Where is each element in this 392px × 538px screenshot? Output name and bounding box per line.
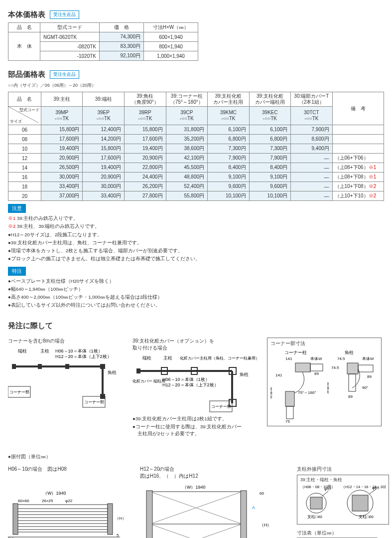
td-price: 74,300円 (100, 32, 144, 42)
corner-post-svg: コーナー柱 141 本体W 89 141 本体W 75°～180° 75 (270, 349, 323, 424)
td-dim: 1,000×1,940 (144, 51, 198, 61)
install-title: ●据付図（単位㎜） (8, 453, 384, 460)
svg-text:H12～20＝本体（上下2枚）: H12～20＝本体（上下2枚） (162, 382, 219, 387)
parts-price-table: 品 名39:主柱39:端柱39:角柱 （角度90°）39:コーナー柱 （75°～… (8, 92, 384, 201)
svg-text:端柱: 端柱 (18, 349, 27, 354)
svg-text:26×25: 26×25 (42, 499, 53, 503)
svg-text:89: 89 (367, 374, 372, 379)
svg-text:コーナー部: コーナー部 (211, 404, 231, 409)
svg-text:5: 5 (117, 533, 119, 538)
svg-rect-40 (285, 391, 294, 406)
svg-line-0 (8, 107, 38, 123)
svg-text:本体W: 本体W (327, 382, 330, 394)
install-right: 支柱外接円寸法 39:主柱・端柱・角柱 （H06・08・10用） φ57 支柱□… (297, 466, 389, 538)
svg-text:本体W: 本体W (270, 387, 273, 399)
svg-text:75°～180°: 75°～180° (298, 390, 316, 395)
install-left-svg: （W）1940 60×60 26×25 φ22 （H） G.L 40×40 48… (8, 475, 130, 538)
svg-text:90°: 90° (362, 385, 368, 390)
svg-rect-41 (286, 406, 293, 419)
svg-rect-87 (241, 491, 247, 538)
ordering-mid-svg: 端柱 主柱 化粧カバー主柱用（角柱、コーナー柱兼用） 化粧カバー 端柱用 H06… (132, 354, 257, 413)
svg-text:主柱: 主柱 (163, 356, 172, 360)
svg-text:本体W: 本体W (362, 357, 374, 361)
svg-rect-49 (358, 365, 373, 372)
svg-rect-121 (352, 495, 368, 511)
svg-text:支柱□40: 支柱□40 (307, 515, 322, 519)
svg-rect-115 (310, 497, 322, 509)
svg-rect-7 (12, 364, 16, 369)
svg-text:（H）: （H） (115, 516, 126, 521)
body-price-table: 品 名 型式コード 価 格 寸法H×W（㎜） 本 体 NGMT-0620TK 7… (8, 22, 198, 61)
th-model: 型式コード (40, 23, 100, 32)
special-tag: 特注 (8, 267, 26, 276)
svg-text:支柱□60: 支柱□60 (359, 515, 374, 519)
circ-1: （H06・08・10用） φ57 支柱□40 (300, 484, 337, 519)
svg-rect-48 (347, 363, 358, 374)
install-right-title: 支柱外接円寸法 (297, 466, 389, 473)
svg-text:主柱: 主柱 (40, 349, 49, 354)
install-right-sub: 39:主柱・端柱・角柱 (300, 477, 386, 483)
ordering-mid: 39:支柱化粧カバー（オプション）を 取り付ける場合 端柱 主柱 化粧カバー主柱… (132, 338, 257, 439)
svg-text:89: 89 (314, 371, 319, 376)
svg-text:60: 60 (260, 491, 264, 496)
install-mid-title: H12～20の場合 (140, 466, 287, 473)
svg-text:化粧カバー主柱用（角柱、コーナー柱兼用）: 化粧カバー主柱用（角柱、コーナー柱兼用） (180, 356, 257, 360)
td-price: 83,300円 (100, 42, 144, 51)
ordering-mid-title: 39:支柱化粧カバー（オプション）を 取り付ける場合 (132, 338, 257, 352)
corner-kaku-svg: 角柱 74.5 本体W 74.5 89 90° 本体W 89 (327, 349, 378, 424)
circ-2: （H12・14・16・18・20用） φ85 支柱□60 (341, 484, 386, 519)
special-notes: ●ベースプレート支柱仕様（H20サイズを除く）●幅640～1,940㎜（100㎜… (8, 278, 384, 309)
ordering-left-title: コーナーを含む8mの場合 (8, 338, 123, 345)
th-name: 品 名 (8, 23, 40, 32)
svg-text:75: 75 (285, 419, 290, 424)
badge-mto: 受注生産品 (50, 10, 79, 19)
install-left: H06～10の場合 図はH08 （W）1940 60×60 26×25 φ22 … (8, 466, 130, 538)
install-mid-svg: （W）1940 60 A （H） B G.L 60×60 50 300 250 (140, 482, 287, 538)
svg-text:A: A (252, 505, 255, 510)
ordering-left-svg: 端柱 主柱 H06～10＝本体（1枚） H12～20＝本体（上下2枚） 角柱 コ… (8, 347, 123, 411)
svg-line-84 (150, 524, 242, 538)
parts-price-title: 部品価格表 (8, 70, 45, 79)
td-model: -1020TK (40, 51, 100, 61)
td-body-name: 本 体 (8, 32, 40, 61)
ordering-right: コーナー部寸法 コーナー柱 141 本体W 89 141 本体W 75°～180… (267, 338, 382, 439)
svg-text:角柱: 角柱 (108, 370, 117, 375)
svg-line-85 (150, 524, 242, 538)
th-price: 価 格 (100, 23, 144, 32)
svg-text:（W）1940: （W）1940 (182, 485, 206, 490)
svg-text:60×60: 60×60 (18, 499, 29, 503)
svg-rect-70 (108, 504, 113, 535)
td-dim: 600×1,940 (144, 32, 198, 42)
corner-dim-title: コーナー部寸法 (270, 340, 378, 347)
svg-line-116 (322, 491, 328, 496)
install-left-sub: H06～10の場合 図はH08 (8, 466, 130, 473)
svg-rect-86 (146, 491, 152, 538)
svg-text:74.5: 74.5 (337, 357, 345, 361)
td-price: 92,100円 (100, 51, 144, 61)
install-mid: H12～20の場合 図はH16、（ ）内はH12 （W）1940 60 A （H… (140, 466, 287, 538)
svg-rect-36 (295, 363, 310, 372)
install-mid-sub: 図はH16、（ ）内はH12 (140, 473, 287, 480)
svg-text:H06～10＝本体（1枚）: H06～10＝本体（1枚） (55, 349, 103, 354)
svg-text:コーナー部: コーナー部 (9, 390, 29, 394)
svg-text:H06～10＝本体（1枚）: H06～10＝本体（1枚） (162, 377, 210, 382)
ordering-left: コーナーを含む8mの場合 端柱 主柱 H06～10＝本体（1枚） H12～20＝… (8, 338, 123, 439)
svg-text:141: 141 (275, 373, 282, 377)
svg-text:φ85: φ85 (372, 486, 380, 490)
svg-text:（H）: （H） (260, 523, 272, 528)
svg-rect-9 (65, 364, 69, 369)
svg-rect-37 (310, 364, 323, 371)
svg-rect-22 (136, 368, 140, 373)
svg-text:コーナー部: コーナー部 (84, 400, 104, 404)
svg-text:φ22: φ22 (65, 499, 73, 503)
svg-text:コーナー柱: コーナー柱 (284, 350, 307, 355)
ordering-mid-notes: ●39:支柱化粧カバー主柱用は2枚1組です。●コーナー柱に使用する際は、39:支… (132, 415, 257, 438)
svg-rect-80 (150, 492, 242, 538)
td-model: -0820TK (40, 42, 100, 51)
svg-text:H12～20＝本体（上下2枚）: H12～20＝本体（上下2枚） (55, 354, 112, 359)
svg-text:角柱: 角柱 (345, 350, 354, 355)
svg-text:角柱: 角柱 (240, 372, 249, 377)
td-model: NGMT-0620TK (40, 32, 100, 42)
svg-text:74.5: 74.5 (331, 365, 339, 370)
svg-text:φ57: φ57 (324, 487, 332, 491)
